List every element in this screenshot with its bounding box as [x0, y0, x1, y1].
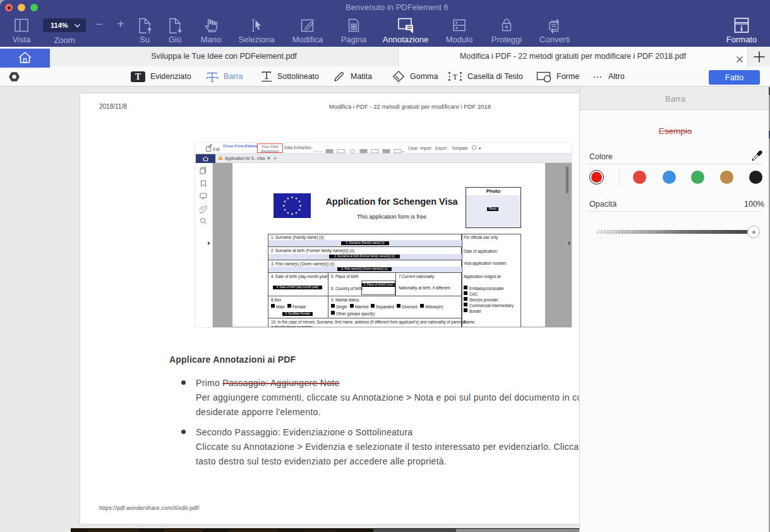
- svg-text:i: i: [740, 23, 743, 33]
- svg-text:T: T: [453, 72, 458, 82]
